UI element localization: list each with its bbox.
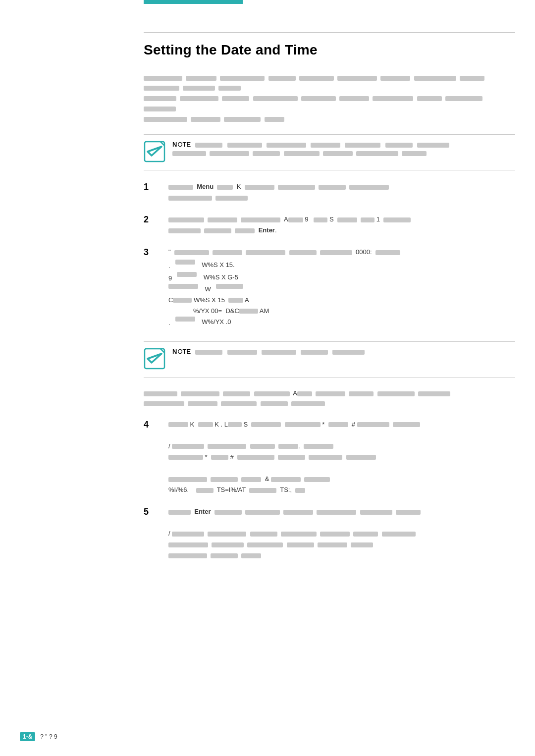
step-4-content: K K . L S * # / . * # — [168, 419, 515, 496]
step-3: 3 " 0000: . W%S X 15. — [144, 247, 515, 330]
sub-item-5: . W%/YX .0 — [168, 317, 515, 328]
note-text-1 — [172, 148, 515, 159]
sub-item-4: C W%S X 15 A — [168, 295, 515, 306]
steps-list-continued: 4 K K . L S * # / . — [144, 419, 515, 561]
step-3-sublist: . W%S X 15. 9 W%S X G-5 W C W%S X 15 A — [168, 260, 515, 328]
note-content-2: NOTE — [172, 348, 515, 355]
step-1: 1 Menu K — [144, 181, 515, 203]
footer-text: ? " ? 9 — [40, 733, 57, 740]
note-icon-1 — [144, 141, 165, 164]
page-footer: 1-& ? " ? 9 — [20, 732, 515, 741]
step-5: 5 Enter / — [144, 506, 515, 561]
top-rule — [144, 32, 515, 33]
footer-badge: 1-& — [20, 732, 35, 741]
step-4: 4 K K . L S * # / . — [144, 419, 515, 496]
step-5-number: 5 — [144, 507, 159, 517]
page-title: Setting the Date and Time — [144, 42, 515, 58]
step-4-number: 4 — [144, 420, 159, 430]
step-3-content: " 0000: . W%S X 15. — [168, 247, 515, 330]
step-1-key: Menu — [197, 183, 214, 190]
note-box-1: NOTE — [144, 134, 515, 170]
step-2-number: 2 — [144, 215, 159, 225]
step-2-enter: Enter — [259, 226, 275, 234]
note-content-1: NOTE — [172, 141, 515, 159]
page-container: Setting the Date and Time — [0, 0, 535, 756]
step-5-enter: Enter — [194, 508, 211, 515]
svg-marker-1 — [148, 147, 161, 156]
note-label-2: NOTE — [172, 348, 515, 355]
step-3-number: 3 — [144, 247, 159, 258]
note-box-2: NOTE — [144, 341, 515, 378]
step-1-content: Menu K — [168, 181, 515, 203]
step-1-number: 1 — [144, 182, 159, 192]
sub-item-1: . W%S X 15. — [168, 260, 515, 271]
note-label-1: NOTE — [172, 141, 515, 148]
step-2: 2 A 9 S 1 Enter. — [144, 214, 515, 236]
sub-item-4b: %/YX 00= D&C AM — [168, 306, 515, 317]
steps-list: 1 Menu K 2 — [144, 181, 515, 330]
svg-marker-3 — [148, 354, 161, 363]
intro-paragraph — [144, 73, 515, 124]
step-5-content: Enter / — [168, 506, 515, 561]
sub-item-2: 9 W%S X G-5 — [168, 272, 515, 284]
main-content: Setting the Date and Time — [144, 37, 515, 572]
step-2-content: A 9 S 1 Enter. — [168, 214, 515, 236]
top-accent-bar — [144, 0, 243, 4]
post-note-paragraph: A — [144, 388, 515, 409]
sub-item-3: W — [168, 284, 515, 295]
note-icon-2 — [144, 348, 165, 371]
